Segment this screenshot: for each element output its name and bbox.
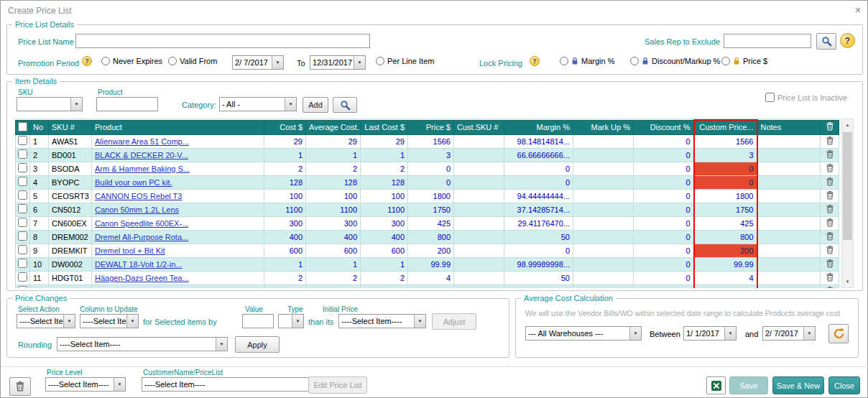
product-link[interactable]: Arm & Hammer Baking S...: [95, 165, 190, 173]
custom-price-cell[interactable]: 425: [694, 216, 757, 230]
column-header[interactable]: Discount %: [634, 120, 694, 134]
valid-to-date-picker[interactable]: 12/31/2017 ▼: [310, 55, 366, 70]
notes-cell[interactable]: [757, 271, 821, 284]
item-search-button[interactable]: [333, 97, 357, 113]
window-close-icon[interactable]: ×: [851, 4, 864, 16]
column-header[interactable]: Notes: [757, 120, 821, 134]
notes-cell[interactable]: [757, 216, 821, 230]
column-header[interactable]: Last Cost $: [361, 120, 408, 134]
trash-icon[interactable]: [826, 246, 834, 254]
product-link[interactable]: Canon 50mm 1.2L Lens: [95, 205, 179, 214]
cust-sku-cell[interactable]: [454, 257, 504, 271]
table-vertical-scrollbar[interactable]: ▲ ▼: [841, 119, 854, 288]
valid-from-radio[interactable]: [168, 57, 177, 65]
warehouses-combo[interactable]: --- All Warehouses --- ▼: [525, 326, 642, 341]
delete-row-button[interactable]: [821, 134, 839, 148]
product-link[interactable]: DEWALT 18-Volt 1/2-in...: [95, 260, 182, 269]
radio-never-expires[interactable]: Never Expires: [101, 57, 162, 65]
row-checkbox[interactable]: [18, 204, 27, 213]
price-level-combo[interactable]: ----Select Item---- ▼: [45, 377, 126, 392]
cust-sku-cell[interactable]: [454, 271, 504, 284]
edit-price-list-button[interactable]: Edit Price List: [308, 376, 367, 394]
delete-price-list-button[interactable]: [9, 377, 31, 396]
notes-cell[interactable]: [757, 284, 821, 288]
delete-row-button[interactable]: [821, 189, 839, 203]
custom-price-cell[interactable]: 800: [694, 230, 757, 244]
notes-cell[interactable]: [757, 244, 821, 257]
sku-combo[interactable]: ▼: [17, 97, 83, 111]
product-link[interactable]: BLACK & DECKER 20-V...: [95, 151, 188, 159]
customer-pricelist-combo[interactable]: ----Select Item---- ▼: [142, 377, 321, 392]
product-link[interactable]: Dremel tool + Bit Kit: [95, 246, 165, 255]
product-link[interactable]: CANNON EOS Rebel T3: [95, 192, 182, 200]
column-header[interactable]: Margin %: [504, 120, 573, 134]
custom-price-cell[interactable]: 3: [694, 148, 757, 162]
custom-price-cell[interactable]: 200: [694, 244, 757, 257]
sales-rep-search-button[interactable]: [816, 33, 836, 50]
radio-lock-discount-markup[interactable]: Discount/Markup %: [630, 57, 720, 65]
radio-per-line-item[interactable]: Per Line Item: [376, 57, 434, 65]
avg-from-date-picker[interactable]: 1/ 1/2017 ▼: [683, 326, 737, 341]
cust-sku-cell[interactable]: [454, 244, 504, 257]
lock-pricing-help-icon[interactable]: ?: [530, 56, 540, 66]
custom-price-cell[interactable]: 1566: [694, 134, 757, 148]
avg-to-date-picker[interactable]: 2/ 7/2017 ▼: [762, 326, 816, 341]
recalculate-button[interactable]: [828, 324, 849, 343]
delete-row-button[interactable]: [821, 271, 839, 284]
value-input[interactable]: [242, 314, 274, 328]
custom-price-cell[interactable]: 1750: [694, 203, 757, 216]
cust-sku-cell[interactable]: [454, 230, 504, 244]
save-button[interactable]: Save: [729, 376, 768, 394]
column-header[interactable]: Custom Price...: [694, 120, 757, 134]
column-header[interactable]: SKU #: [49, 120, 92, 134]
close-button[interactable]: Close: [828, 376, 860, 394]
delete-row-button[interactable]: [821, 216, 839, 230]
row-checkbox[interactable]: [18, 286, 27, 288]
delete-column-header[interactable]: [821, 120, 839, 134]
delete-row-button[interactable]: [821, 230, 839, 244]
add-button[interactable]: Add: [303, 97, 328, 113]
price-list-name-input[interactable]: [75, 34, 370, 48]
notes-cell[interactable]: [757, 203, 821, 216]
cust-sku-cell[interactable]: [454, 162, 504, 175]
row-checkbox[interactable]: [18, 177, 27, 186]
category-combo[interactable]: - All - ▼: [219, 97, 297, 111]
inactive-checkbox-box[interactable]: [765, 93, 775, 102]
column-header[interactable]: Cost $: [264, 120, 306, 134]
row-checkbox[interactable]: [18, 231, 27, 241]
product-link[interactable]: Intel® Pentium G3248: [95, 287, 172, 289]
select-action-combo[interactable]: ----Select Item---- ▼: [17, 314, 75, 328]
lock-discount-radio[interactable]: [630, 57, 639, 65]
radio-lock-price[interactable]: Price $: [721, 57, 767, 65]
cust-sku-cell[interactable]: [454, 216, 504, 230]
scroll-up-icon[interactable]: ▲: [842, 119, 853, 131]
apply-button[interactable]: Apply: [235, 336, 280, 353]
row-checkbox[interactable]: [18, 149, 27, 159]
custom-price-cell[interactable]: 0: [694, 162, 757, 175]
initial-price-combo[interactable]: ----Select Item---- ▼: [338, 314, 426, 328]
export-excel-button[interactable]: [706, 376, 726, 394]
trash-icon[interactable]: [826, 287, 834, 289]
delete-row-button[interactable]: [821, 148, 839, 162]
trash-icon[interactable]: [826, 273, 834, 282]
row-checkbox[interactable]: [18, 190, 27, 200]
row-checkbox[interactable]: [18, 259, 27, 268]
delete-row-button[interactable]: [821, 203, 839, 216]
trash-icon[interactable]: [826, 164, 834, 172]
delete-row-button[interactable]: [821, 244, 839, 257]
product-search-input[interactable]: [96, 97, 158, 111]
notes-cell[interactable]: [757, 134, 821, 148]
trash-icon[interactable]: [826, 218, 834, 227]
column-header[interactable]: No: [30, 120, 49, 134]
price-list-inactive-checkbox[interactable]: Price List is Inactive: [765, 93, 847, 102]
column-header[interactable]: Price $: [408, 120, 454, 134]
never-expires-radio[interactable]: [101, 57, 110, 65]
sales-rep-input[interactable]: [724, 34, 811, 48]
notes-cell[interactable]: [757, 162, 821, 175]
notes-cell[interactable]: [757, 257, 821, 271]
notes-cell[interactable]: [757, 148, 821, 162]
custom-price-cell[interactable]: 1800: [694, 189, 757, 203]
scrollbar-track[interactable]: [842, 131, 853, 276]
rounding-combo[interactable]: ----Select Item---- ▼: [57, 337, 228, 351]
product-link[interactable]: Häagen-Dazs Green Tea...: [95, 274, 189, 282]
